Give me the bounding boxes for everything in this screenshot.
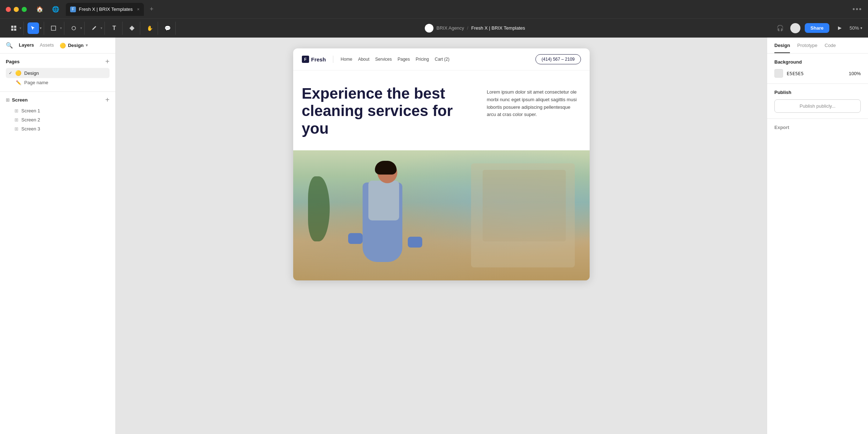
page-design-item[interactable]: ✓ 🟡 Design bbox=[6, 68, 110, 78]
text-tool-button[interactable]: T bbox=[108, 22, 120, 34]
export-title: Export bbox=[774, 125, 861, 130]
website-preview: F Fresh Home About Services Pages Pricin… bbox=[293, 48, 590, 280]
shape-tool-button[interactable] bbox=[68, 22, 80, 34]
nav-services[interactable]: Services bbox=[375, 57, 392, 62]
hero-left: Experience the best cleaning services fo… bbox=[302, 85, 478, 143]
site-phone[interactable]: (414) 567 – 2109 bbox=[535, 54, 581, 64]
add-page-button[interactable]: + bbox=[105, 58, 110, 65]
tool-group-frame: ▾ bbox=[46, 22, 64, 35]
cleaning-scene bbox=[293, 150, 590, 280]
grid-tool-button[interactable] bbox=[8, 22, 20, 34]
screen-grid-icon: ⊞ bbox=[6, 97, 10, 103]
window-controls bbox=[6, 7, 27, 12]
frame-tool-button[interactable] bbox=[48, 22, 59, 34]
breadcrumb-project: Fresh X | BRIX Templates bbox=[471, 25, 525, 31]
nav-pages[interactable]: Pages bbox=[398, 57, 410, 62]
user-avatar[interactable] bbox=[790, 23, 800, 33]
tab-close-button[interactable]: × bbox=[137, 7, 140, 12]
bg-color-swatch[interactable] bbox=[774, 69, 783, 78]
logo-icon: F bbox=[302, 56, 309, 63]
share-button[interactable]: Share bbox=[805, 23, 829, 33]
site-image-area bbox=[293, 150, 590, 280]
nav-divider bbox=[333, 56, 333, 63]
screen-3-item[interactable]: ⊞ Screen 3 bbox=[6, 124, 110, 133]
site-hero: Experience the best cleaning services fo… bbox=[293, 70, 590, 150]
active-tab[interactable]: F Fresh X | BRIX Templates × bbox=[66, 3, 144, 16]
pencil-icon: ✏️ bbox=[16, 80, 21, 85]
assets-tab[interactable]: Assets bbox=[40, 42, 54, 48]
search-icon[interactable]: 🔍 bbox=[6, 42, 13, 49]
titlebar: 🏠 🌐 F Fresh X | BRIX Templates × + ••• bbox=[0, 0, 868, 19]
tool-group-comment: 💬 bbox=[159, 22, 176, 35]
person-area bbox=[334, 161, 447, 280]
minimize-dot[interactable] bbox=[14, 7, 19, 12]
add-screen-button[interactable]: + bbox=[105, 96, 110, 103]
background-title: Background bbox=[774, 59, 861, 65]
export-section: Export bbox=[767, 119, 868, 136]
design-panel-tab[interactable]: Design bbox=[774, 43, 790, 53]
prototype-panel-tab[interactable]: Prototype bbox=[797, 43, 817, 53]
canvas-area: F Fresh Home About Services Pages Pricin… bbox=[116, 38, 767, 434]
breadcrumb-avatar bbox=[425, 24, 433, 33]
svg-rect-0 bbox=[11, 26, 13, 28]
code-panel-tab[interactable]: Code bbox=[825, 43, 836, 53]
nav-cart[interactable]: Cart (2) bbox=[435, 57, 449, 62]
layers-tab[interactable]: Layers bbox=[19, 42, 34, 48]
components-tool-button[interactable] bbox=[126, 22, 138, 34]
left-sidebar: 🔍 Layers Assets 🟡 Design ▾ Pages + ✓ 🟡 D… bbox=[0, 38, 116, 434]
screen-1-label: Screen 1 bbox=[21, 108, 40, 113]
screen-2-icon: ⊞ bbox=[14, 117, 18, 123]
right-panel: Design Prototype Code Background E5E5E5 … bbox=[767, 38, 868, 434]
screen-1-item[interactable]: ⊞ Screen 1 bbox=[6, 106, 110, 115]
more-options-icon[interactable]: ••• bbox=[852, 5, 862, 13]
screen-section: ⊞ Screen + ⊞ Screen 1 ⊞ Screen 2 ⊞ Scree… bbox=[0, 93, 115, 136]
tool-group-components bbox=[124, 22, 140, 35]
tool-group-select: ▾ bbox=[6, 22, 24, 35]
comment-tool-button[interactable]: 💬 bbox=[162, 22, 173, 34]
close-dot[interactable] bbox=[6, 7, 11, 12]
page-name-label: Page name bbox=[24, 80, 48, 85]
bg-color-value[interactable]: E5E5E5 bbox=[787, 71, 804, 76]
toolbar-center: BRIX Agency / Fresh X | BRIX Templates bbox=[177, 24, 773, 33]
pen-tool-button[interactable] bbox=[88, 22, 100, 34]
toolbar-right: 🎧 Share 50% ▾ bbox=[774, 22, 862, 34]
nav-home[interactable]: Home bbox=[341, 57, 352, 62]
svg-rect-1 bbox=[14, 26, 16, 28]
bg-opacity-value: 100% bbox=[849, 71, 861, 76]
preview-play-button[interactable] bbox=[834, 22, 845, 34]
breadcrumb-separator: / bbox=[467, 25, 469, 31]
pages-section-header: Pages + bbox=[6, 58, 110, 65]
tab-label: Fresh X | BRIX Templates bbox=[79, 7, 133, 12]
screen-title-row: ⊞ Screen bbox=[6, 97, 27, 103]
right-panel-tabs: Design Prototype Code bbox=[767, 38, 868, 53]
design-tab-sidebar[interactable]: 🟡 Design ▾ bbox=[60, 43, 88, 48]
nav-pricing[interactable]: Pricing bbox=[416, 57, 429, 62]
svg-rect-2 bbox=[11, 29, 13, 31]
tool-group-pointer: ▾ bbox=[25, 22, 44, 35]
new-tab-button[interactable]: + bbox=[150, 5, 154, 13]
toolbar: ▾ ▾ ▾ ▾ ▾ T ✋ 💬 BRIX A bbox=[0, 19, 868, 38]
page-emoji-icon: 🟡 bbox=[15, 70, 21, 76]
nav-links: Home About Services Pages Pricing Cart (… bbox=[341, 57, 528, 62]
page-name-item[interactable]: ✏️ Page name bbox=[6, 78, 110, 87]
logo-text: Fresh bbox=[311, 56, 326, 63]
screen-3-icon: ⊞ bbox=[14, 126, 18, 132]
screen-title: Screen bbox=[12, 97, 27, 103]
svg-rect-4 bbox=[51, 26, 56, 30]
nav-about[interactable]: About bbox=[358, 57, 369, 62]
bg-element-2 bbox=[483, 170, 566, 241]
pointer-tool-button[interactable] bbox=[27, 22, 39, 34]
zoom-control[interactable]: 50% ▾ bbox=[850, 25, 862, 31]
hero-description: Lorem ipsum dolor sit amet consectetur o… bbox=[487, 89, 581, 119]
screen-section-header[interactable]: ⊞ Screen + bbox=[6, 96, 110, 103]
home-icon[interactable]: 🏠 bbox=[34, 4, 46, 15]
hand-tool-button[interactable]: ✋ bbox=[144, 22, 155, 34]
headphones-icon[interactable]: 🎧 bbox=[774, 22, 786, 34]
svg-rect-3 bbox=[14, 29, 16, 31]
screen-2-item[interactable]: ⊞ Screen 2 bbox=[6, 115, 110, 124]
main-layout: 🔍 Layers Assets 🟡 Design ▾ Pages + ✓ 🟡 D… bbox=[0, 38, 868, 434]
bg-row: E5E5E5 100% bbox=[774, 69, 861, 78]
publish-button[interactable]: Publish publicly... bbox=[774, 99, 861, 113]
maximize-dot[interactable] bbox=[22, 7, 27, 12]
globe-icon[interactable]: 🌐 bbox=[50, 4, 61, 15]
